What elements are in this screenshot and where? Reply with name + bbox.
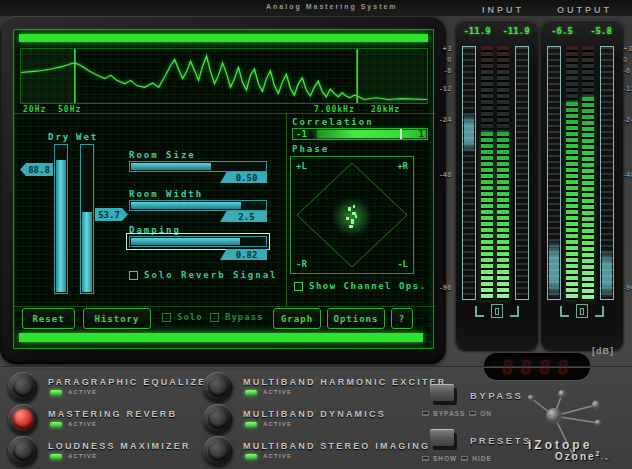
- module-button-multiband-stereo-imaging[interactable]: [203, 436, 233, 466]
- solo-checkbox-row[interactable]: Solo: [162, 312, 203, 322]
- scale-tick: -6: [444, 66, 452, 75]
- wet-value-tag[interactable]: 53.7: [95, 208, 128, 221]
- output-peak-left: -6.5: [543, 26, 581, 36]
- module-label: MULTIBAND STEREO IMAGING: [243, 441, 430, 451]
- output-scale: +3 0 -6 -12 -24 -48 -96: [623, 0, 632, 350]
- channel-link-icon[interactable]: [491, 304, 503, 318]
- bypass-checkbox[interactable]: [210, 313, 219, 322]
- room-width-value: 2.5: [220, 211, 267, 222]
- bypass-state-a: BYPASS: [433, 410, 465, 417]
- dry-value-tag[interactable]: 88.8: [20, 163, 53, 176]
- scale-tick: +3: [623, 44, 632, 53]
- input-peak-right: -11.9: [497, 26, 535, 36]
- correlation-fill: [317, 130, 426, 138]
- wet-label: Wet: [76, 132, 98, 142]
- input-scale: +3 0 -6 -12 -24 -48 -96: [422, 0, 452, 350]
- brand-product: Ozone2tm: [555, 450, 610, 462]
- scale-tick: -24: [440, 115, 452, 124]
- output-right-rms-marker: [602, 249, 612, 299]
- scale-tick: +3: [442, 44, 452, 53]
- module-button-loudness-maximizer[interactable]: [8, 436, 38, 466]
- correlation-min-label: -1: [296, 129, 307, 139]
- scale-tick: 0: [623, 55, 628, 64]
- solo-checkbox-label: Solo: [177, 312, 203, 322]
- spectrum-analyzer[interactable]: [20, 48, 428, 104]
- options-button[interactable]: Options: [327, 308, 385, 329]
- display-bottom-bar: [19, 333, 423, 342]
- phase-label: Phase: [292, 144, 329, 154]
- active-label: ACTIVE: [263, 453, 292, 459]
- switch-down-icon: [422, 456, 429, 461]
- channel-link-icon[interactable]: [576, 304, 588, 318]
- room-size-label: Room Size: [129, 150, 196, 160]
- module-label: MASTERING REVERB: [48, 409, 177, 419]
- phase-corner-bl: -R: [296, 259, 307, 269]
- dry-label: Dry: [48, 132, 70, 142]
- channel-right-bracket-icon: [595, 306, 604, 317]
- switch-down-icon: [422, 411, 429, 416]
- input-meter-panel: -11.9 -11.9: [456, 20, 538, 350]
- presets-state-b: HIDE: [472, 455, 492, 462]
- active-led: [245, 390, 257, 395]
- brand-trademark: tm: [601, 456, 610, 461]
- bypass-hw-label: BYPASS: [470, 390, 523, 401]
- input-left-peak-rail: [462, 46, 476, 300]
- active-label: ACTIVE: [68, 453, 97, 459]
- dry-slider[interactable]: [54, 144, 68, 294]
- room-width-slider[interactable]: [129, 200, 267, 211]
- module-button-paragraphic-equalizer[interactable]: [8, 372, 38, 402]
- damping-value: 0.82: [220, 249, 267, 260]
- room-size-value: 0.50: [220, 172, 267, 183]
- band-left-region: [21, 49, 75, 103]
- input-channel-link[interactable]: [456, 304, 538, 318]
- reset-button[interactable]: Reset: [22, 308, 75, 329]
- channel-left-bracket-icon: [560, 306, 569, 317]
- scale-tick: -24: [623, 115, 632, 124]
- solo-reverb-checkbox[interactable]: [129, 271, 138, 280]
- help-button[interactable]: ?: [391, 308, 413, 329]
- bypass-hardware-button[interactable]: [430, 384, 454, 401]
- room-size-slider[interactable]: [129, 161, 267, 172]
- module-label: MULTIBAND DYNAMICS: [243, 409, 386, 419]
- output-meter-title: OUTPUT: [557, 5, 612, 15]
- switch-up-icon: [469, 411, 476, 416]
- phase-corner-br: -L: [397, 259, 408, 269]
- brand-product-text: Ozone: [555, 451, 596, 462]
- scale-tick: -12: [623, 84, 632, 93]
- output-left-peak-rail: [547, 46, 561, 300]
- output-channel-link[interactable]: [541, 304, 623, 318]
- wet-slider[interactable]: [80, 144, 94, 294]
- module-button-multiband-harmonic-exciter[interactable]: [203, 372, 233, 402]
- module-button-multiband-dynamics[interactable]: [203, 404, 233, 434]
- bypass-checkbox-row[interactable]: Bypass: [210, 312, 264, 322]
- scale-tick: -48: [440, 170, 452, 179]
- scale-tick: -6: [623, 66, 631, 75]
- active-led: [50, 454, 62, 459]
- active-led: [245, 454, 257, 459]
- module-label: PARAGRAPHIC EQUALIZER: [48, 377, 215, 387]
- damping-label: Damping: [129, 225, 181, 235]
- correlation-tick: [400, 129, 402, 139]
- show-channel-ops-checkbox[interactable]: [294, 282, 303, 291]
- correlation-meter: -1 1: [292, 128, 428, 140]
- active-label: ACTIVE: [68, 389, 97, 395]
- dry-slider-fill: [56, 160, 66, 292]
- show-channel-ops-label: Show Channel Ops.: [309, 281, 427, 291]
- graph-button[interactable]: Graph: [273, 308, 321, 329]
- input-left-rms-marker: [464, 113, 474, 153]
- presets-hardware-button[interactable]: [430, 429, 454, 446]
- active-label: ACTIVE: [263, 389, 292, 395]
- module-button-mastering-reverb[interactable]: [8, 404, 38, 434]
- solo-reverb-checkbox-row[interactable]: Solo Reverb Signal: [129, 270, 278, 280]
- solo-checkbox[interactable]: [162, 313, 171, 322]
- show-channel-ops-row[interactable]: Show Channel Ops.: [294, 281, 427, 291]
- scale-tick: -96: [623, 283, 632, 292]
- history-button[interactable]: History: [83, 308, 151, 329]
- system-title: Analog Mastering System: [266, 3, 398, 10]
- output-left-rms-marker: [549, 239, 559, 299]
- damping-slider[interactable]: [129, 236, 267, 247]
- channel-right-bracket-icon: [510, 306, 519, 317]
- phase-corner-tl: +L: [296, 161, 307, 171]
- toolbar-divider: [14, 306, 435, 307]
- room-size-fill: [131, 163, 211, 170]
